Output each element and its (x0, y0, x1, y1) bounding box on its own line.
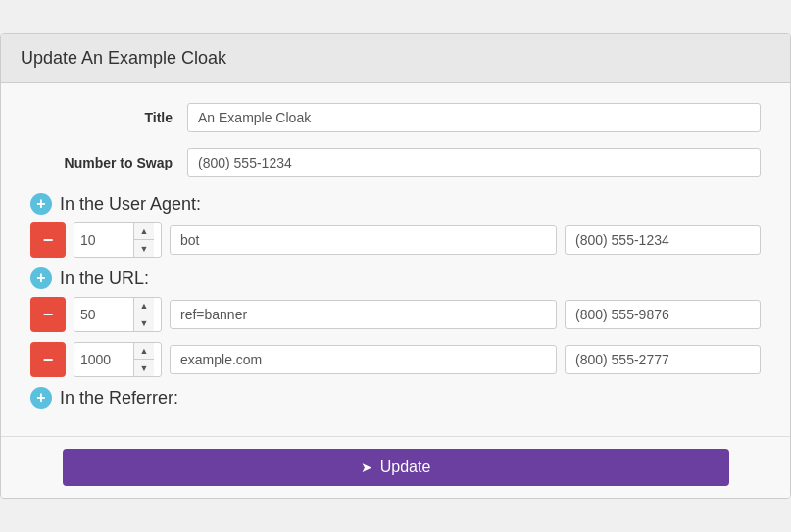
url-weight-2-down[interactable]: ▼ (134, 360, 154, 376)
add-url-icon: + (36, 270, 45, 286)
user-agent-section-header: + In the User Agent: (30, 193, 761, 215)
url-phone-2-input[interactable] (565, 345, 761, 374)
user-agent-weight-1-input[interactable] (74, 223, 133, 257)
number-label: Number to Swap (30, 155, 187, 170)
form-body: Title Number to Swap + In the User Agent… (1, 83, 790, 436)
url-weight-1-spinners: ▲ ▼ (133, 298, 154, 331)
user-agent-section-title: In the User Agent: (60, 194, 201, 215)
remove-url-rule-1-button[interactable]: − (30, 297, 66, 332)
add-url-rule-button[interactable]: + (30, 267, 52, 289)
url-weight-1-wrap: ▲ ▼ (74, 297, 162, 332)
url-weight-1-input[interactable] (74, 298, 133, 331)
url-weight-2-wrap: ▲ ▼ (74, 342, 162, 377)
user-agent-phone-1-input[interactable] (565, 225, 761, 255)
remove-url-rule-2-button[interactable]: − (30, 342, 66, 377)
number-row: Number to Swap (30, 148, 761, 177)
add-user-agent-icon: + (36, 196, 45, 212)
url-match-1-input[interactable] (170, 300, 557, 329)
url-weight-2-spinners: ▲ ▼ (133, 343, 154, 376)
user-agent-match-1-input[interactable] (170, 225, 557, 255)
url-rule-1: − ▲ ▼ (30, 297, 761, 332)
user-agent-weight-1-up[interactable]: ▲ (134, 223, 154, 240)
title-row: Title (30, 103, 761, 132)
title-label: Title (30, 110, 187, 125)
window-title: Update An Example Cloak (21, 48, 770, 69)
referrer-section-title: In the Referrer: (60, 388, 178, 409)
url-weight-2-up[interactable]: ▲ (134, 343, 154, 360)
remove-user-agent-rule-1-button[interactable]: − (30, 222, 66, 258)
url-rule-2: − ▲ ▼ (30, 342, 761, 377)
update-button[interactable]: ➤ Update (63, 449, 729, 486)
url-section-title: In the URL: (60, 268, 149, 289)
add-referrer-icon: + (36, 390, 45, 406)
user-agent-rule-1: − ▲ ▼ (30, 222, 761, 258)
add-user-agent-rule-button[interactable]: + (30, 193, 52, 215)
url-weight-1-down[interactable]: ▼ (134, 314, 154, 331)
remove-icon: − (43, 351, 54, 368)
url-match-2-input[interactable] (170, 345, 557, 374)
main-window: Update An Example Cloak Title Number to … (0, 33, 791, 499)
update-label: Update (380, 459, 431, 476)
title-input[interactable] (187, 103, 761, 132)
remove-icon: − (43, 306, 54, 323)
user-agent-weight-1-wrap: ▲ ▼ (74, 222, 162, 258)
url-weight-2-input[interactable] (74, 343, 133, 376)
add-referrer-rule-button[interactable]: + (30, 387, 52, 409)
number-input[interactable] (187, 148, 761, 177)
user-agent-weight-1-down[interactable]: ▼ (134, 240, 154, 257)
window-header: Update An Example Cloak (1, 34, 790, 83)
remove-icon: − (43, 231, 54, 249)
url-phone-1-input[interactable] (565, 300, 761, 329)
url-section-header: + In the URL: (30, 267, 761, 289)
user-agent-weight-1-spinners: ▲ ▼ (133, 223, 154, 257)
url-weight-1-up[interactable]: ▲ (134, 298, 154, 314)
referrer-section-header: + In the Referrer: (30, 387, 761, 409)
send-icon: ➤ (361, 459, 372, 475)
footer: ➤ Update (1, 436, 790, 498)
